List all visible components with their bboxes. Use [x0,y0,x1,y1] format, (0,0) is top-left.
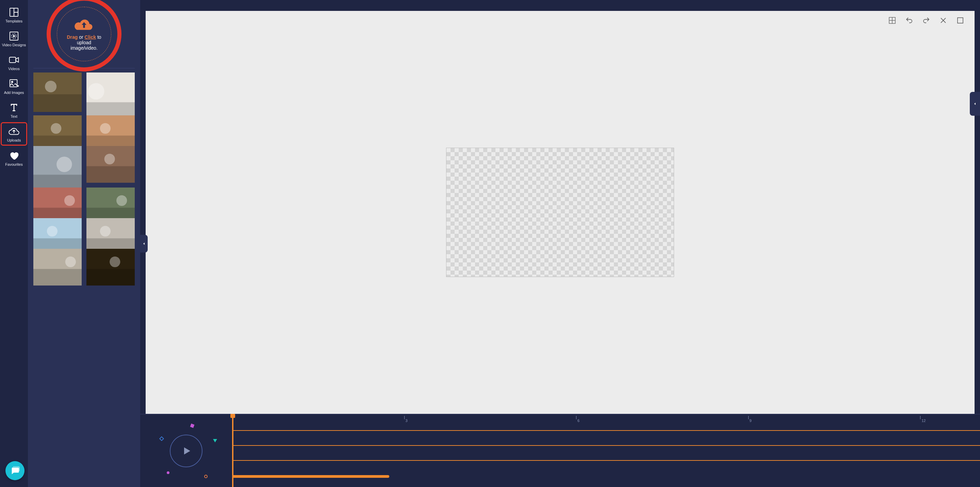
close-button[interactable] [939,16,947,24]
svg-point-23 [100,123,111,134]
artboard[interactable] [446,148,674,277]
timeline-track[interactable] [232,438,980,453]
timeline-clip[interactable] [232,460,980,461]
left-rail: Templates Video Designs Videos Add Image… [0,0,28,487]
upload-thumbnail[interactable] [86,115,135,141]
timeline-clip[interactable] [232,445,980,446]
upload-thumbnail[interactable] [86,146,135,172]
svg-rect-46 [86,269,135,285]
confetti-icon [213,439,217,442]
rail-label: Templates [5,19,22,23]
canvas-toolbar [888,16,964,24]
redo-button[interactable] [922,16,930,24]
svg-marker-7 [16,58,18,62]
svg-rect-13 [33,94,82,112]
upload-drag-text: Drag [67,34,78,40]
upload-line2: upload [77,40,91,45]
svg-point-17 [88,83,104,99]
svg-marker-5 [14,35,15,37]
svg-point-29 [105,154,115,164]
rail-video-designs[interactable]: Video Designs [2,28,26,49]
play-zone [140,414,232,487]
upload-thumbnail[interactable] [33,218,82,244]
timeline-track[interactable] [232,423,980,438]
right-panel-expand[interactable] [970,92,980,116]
confetti-icon [204,475,208,478]
rail-add-images[interactable]: Add Images [2,76,26,97]
svg-rect-53 [958,18,963,23]
rail-label: Video Designs [2,43,26,47]
timeline-clip[interactable] [232,430,980,431]
svg-point-47 [110,256,120,267]
svg-point-38 [47,226,57,237]
ruler-tick: 12 [920,416,926,423]
upload-thumbnail[interactable] [33,249,82,275]
svg-point-14 [45,81,56,92]
timeline-track[interactable] [232,453,980,468]
svg-point-20 [51,123,61,134]
play-button[interactable] [170,434,202,467]
rail-favourites[interactable]: Favourites [2,147,26,169]
upload-thumbnail[interactable] [33,73,82,100]
canvas-wrap [146,11,975,414]
ruler-tick: 9 [748,416,752,423]
rail-label: Uploads [7,138,21,142]
upload-thumbnails-grid [28,73,140,487]
svg-point-35 [116,195,127,206]
rail-label: Text [11,115,18,118]
svg-point-9 [11,81,13,83]
playhead[interactable] [232,414,234,487]
rail-text[interactable]: Text [2,99,26,121]
svg-rect-6 [10,57,16,63]
timeline-track[interactable] [232,468,980,483]
upload-thumbnail[interactable] [33,115,82,141]
timeline-ruler: 36912 [232,416,980,423]
upload-thumbnail[interactable] [33,188,82,213]
uploads-panel: Drag or Click to upload image/video. [28,0,140,487]
undo-button[interactable] [905,16,913,24]
upload-click-link[interactable]: Click [85,34,96,40]
upload-thumbnail[interactable] [86,188,135,213]
main-area: 36912 [140,0,980,487]
rail-videos[interactable]: Videos [2,52,26,73]
timeline-tracks[interactable]: 36912 [232,414,980,487]
grid-toggle[interactable] [888,16,896,24]
svg-rect-28 [86,166,135,183]
rail-label: Favourites [5,162,22,166]
rail-uploads[interactable]: Uploads [2,123,26,144]
ruler-tick: 6 [576,416,579,423]
confetti-icon [190,424,195,428]
svg-marker-54 [184,447,190,454]
upload-thumbnail[interactable] [33,146,82,183]
upload-line3: image/video. [70,45,97,51]
svg-point-32 [64,195,75,206]
ruler-tick: 3 [404,416,408,423]
svg-point-41 [100,226,111,237]
confetti-icon [167,471,169,474]
rail-templates[interactable]: Templates [2,4,26,25]
upload-thumbnail[interactable] [86,218,135,244]
upload-dropzone[interactable]: Drag or Click to upload image/video. [57,7,111,61]
svg-point-26 [56,156,72,172]
upload-thumbnail[interactable] [86,249,135,275]
svg-point-44 [65,256,76,267]
upload-thumbnail[interactable] [86,73,135,111]
rail-label: Videos [8,67,19,71]
timeline-clip[interactable] [232,475,389,478]
timeline: 36912 [140,414,980,487]
confetti-icon [159,436,164,441]
cloud-upload-icon [75,18,94,32]
rail-label: Add Images [4,91,24,95]
chat-button[interactable] [5,461,24,480]
svg-rect-43 [33,269,82,285]
panel-collapse-button[interactable] [140,235,148,253]
fullscreen-button[interactable] [956,16,964,24]
